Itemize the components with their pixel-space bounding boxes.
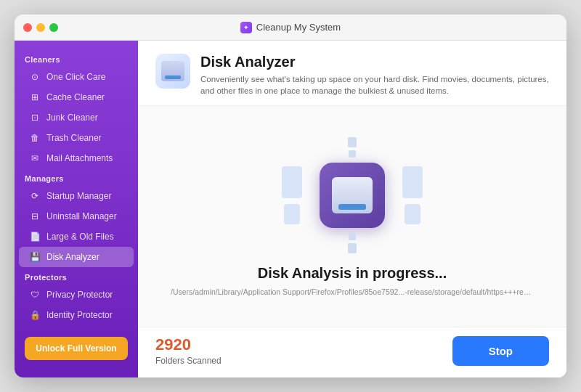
top-deco-block-2 <box>349 150 356 158</box>
uninstall-icon: ⊟ <box>29 211 41 222</box>
disk-analyzer-visual <box>251 137 454 253</box>
analysis-status: Disk Analysis in progress... <box>258 265 447 282</box>
startup-icon: ⟳ <box>29 190 41 202</box>
disk-bar <box>165 75 181 79</box>
disk-icon-shape <box>161 61 184 81</box>
top-decoration <box>348 137 357 158</box>
sidebar-item-label: Large & Old Files <box>46 232 114 242</box>
lock-icon: 🔒 <box>29 309 41 321</box>
right-deco-large <box>402 166 423 198</box>
unlock-full-version-button[interactable]: Unlock Full Version <box>25 337 128 360</box>
junk-cleaner-icon: ⊡ <box>29 112 41 123</box>
main-header: Disk Analyzer Conveniently see what's ta… <box>138 41 566 106</box>
one-click-care-icon: ⊙ <box>29 71 41 83</box>
disk-icon: 💾 <box>29 251 41 263</box>
sidebar-item-label: Identity Protector <box>46 310 113 320</box>
mail-icon: ✉ <box>29 152 41 164</box>
main-footer: 2920 Folders Scanned Stop <box>138 327 566 377</box>
right-deco-small <box>405 204 420 224</box>
bottom-deco-block-2 <box>348 243 357 253</box>
trash-cleaner-icon: 🗑 <box>29 132 41 144</box>
main-content-area: Disk Analysis in progress... /Users/admi… <box>138 106 566 327</box>
sidebar-item-label: Mail Attachments <box>46 153 113 163</box>
files-icon: 📄 <box>29 231 41 242</box>
sidebar-item-startup-manager[interactable]: ⟳ Startup Manager <box>19 186 134 206</box>
scan-count: 2920 <box>155 336 222 354</box>
sidebar-item-junk-cleaner[interactable]: ⊡ Junk Cleaner <box>19 107 134 128</box>
sidebar: Cleaners ⊙ One Click Care ⊞ Cache Cleane… <box>15 41 138 377</box>
header-text: Disk Analyzer Conveniently see what's ta… <box>200 54 549 97</box>
sidebar-item-large-old-files[interactable]: 📄 Large & Old Files <box>19 226 134 247</box>
sidebar-item-one-click-care[interactable]: ⊙ One Click Care <box>19 67 134 87</box>
sidebar-item-label: Trash Cleaner <box>46 133 102 143</box>
app-content: Cleaners ⊙ One Click Care ⊞ Cache Cleane… <box>15 41 566 377</box>
left-deco-small <box>284 204 300 224</box>
disk-3d-bar <box>338 204 366 210</box>
disk-3d-shape <box>332 177 373 213</box>
sidebar-item-label: One Click Care <box>46 72 105 82</box>
maximize-button[interactable] <box>49 23 58 32</box>
window-title: Cleanup My System <box>256 22 341 33</box>
sidebar-item-privacy-protector[interactable]: 🛡 Privacy Protector <box>19 285 134 305</box>
left-decoration <box>282 166 302 224</box>
app-icon: ✦ <box>240 22 252 33</box>
close-button[interactable] <box>23 23 32 32</box>
window-title-area: ✦ Cleanup My System <box>240 22 341 33</box>
managers-section-label: Managers <box>15 168 138 186</box>
cleaners-section-label: Cleaners <box>15 49 138 67</box>
left-deco-large <box>282 166 302 198</box>
sidebar-item-disk-analyzer[interactable]: 💾 Disk Analyzer <box>19 247 134 267</box>
sidebar-item-label: Disk Analyzer <box>46 252 99 262</box>
scan-label: Folders Scanned <box>155 356 222 366</box>
shield-icon: 🛡 <box>29 289 41 301</box>
sidebar-item-label: Privacy Protector <box>46 290 113 300</box>
page-description: Conveniently see what's taking up space … <box>200 73 549 97</box>
page-title: Disk Analyzer <box>200 54 549 70</box>
title-bar: ✦ Cleanup My System <box>15 15 566 41</box>
stop-button[interactable]: Stop <box>452 336 549 366</box>
cache-cleaner-icon: ⊞ <box>29 91 41 103</box>
sidebar-item-cache-cleaner[interactable]: ⊞ Cache Cleaner <box>19 87 134 107</box>
minimize-button[interactable] <box>36 23 45 32</box>
sidebar-item-label: Startup Manager <box>46 191 111 201</box>
sidebar-item-label: Cache Cleaner <box>46 92 105 102</box>
disk-analyzer-icon <box>155 54 190 89</box>
sidebar-bottom: Unlock Full Version <box>15 328 138 369</box>
sidebar-item-label: Uninstall Manager <box>46 211 117 221</box>
top-deco-block-1 <box>348 137 357 147</box>
bottom-decoration <box>348 233 357 253</box>
app-window: ✦ Cleanup My System Cleaners ⊙ One Click… <box>15 15 566 377</box>
sidebar-item-trash-cleaner[interactable]: 🗑 Trash Cleaner <box>19 128 134 148</box>
center-disk-icon <box>320 163 385 228</box>
current-path: /Users/admin/Library/Application Support… <box>171 287 534 296</box>
traffic-lights <box>23 23 58 32</box>
bottom-deco-block-1 <box>349 233 356 240</box>
sidebar-item-label: Junk Cleaner <box>46 113 98 123</box>
right-decoration <box>402 166 423 224</box>
protectors-section-label: Protectors <box>15 267 138 285</box>
sidebar-item-mail-attachments[interactable]: ✉ Mail Attachments <box>19 148 134 168</box>
sidebar-item-uninstall-manager[interactable]: ⊟ Uninstall Manager <box>19 206 134 226</box>
scan-info: 2920 Folders Scanned <box>155 336 222 365</box>
sidebar-item-identity-protector[interactable]: 🔒 Identity Protector <box>19 305 134 325</box>
main-panel: Disk Analyzer Conveniently see what's ta… <box>138 41 566 377</box>
